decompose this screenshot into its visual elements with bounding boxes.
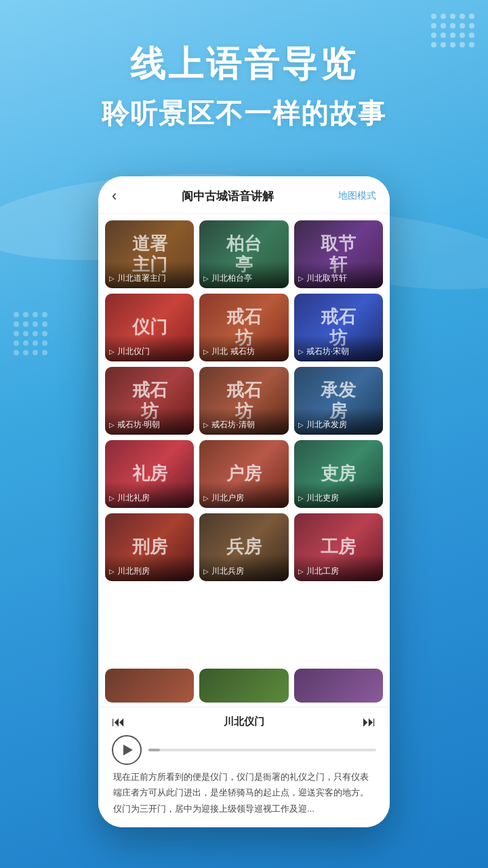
phone-mockup: ‹ 阆中古城语音讲解 地图模式 道署 主门▷川北道署主门柏台 亭▷川北柏台亭取节…	[98, 176, 390, 827]
svg-marker-0	[123, 745, 133, 755]
audio-item-label: ▷川北兵房	[199, 555, 288, 581]
audio-item[interactable]: 刑房▷川北刑房	[105, 513, 194, 581]
progress-fill	[148, 749, 160, 751]
hero-title: 线上语音导览	[0, 41, 488, 88]
audio-item-label: ▷川北刑房	[105, 555, 194, 581]
audio-item-label: ▷川北仪门	[105, 335, 194, 361]
next-button[interactable]: ⏭	[363, 714, 376, 730]
play-icon-small: ▷	[203, 568, 209, 575]
play-icon	[123, 745, 133, 755]
play-icon-small: ▷	[203, 421, 209, 429]
map-mode-button[interactable]: 地图模式	[338, 190, 376, 202]
play-icon-small: ▷	[203, 348, 209, 355]
player-controls: ⏮ 川北仪门 ⏭	[112, 714, 376, 730]
audio-item-label: ▷戒石坊·明朝	[105, 408, 194, 435]
play-icon-small: ▷	[109, 421, 115, 429]
hero-subtitle: 聆听景区不一样的故事	[0, 95, 488, 132]
audio-item[interactable]: 戒石 坊▷戒石坊·清朝	[199, 367, 288, 435]
prev-button[interactable]: ⏮	[112, 714, 125, 730]
play-icon-small: ▷	[203, 494, 209, 502]
play-icon-small: ▷	[109, 275, 115, 282]
decorative-dots-left	[14, 312, 47, 355]
play-icon-small: ▷	[298, 348, 304, 355]
audio-item-label: ▷川北吏房	[294, 481, 383, 508]
audio-item-label: ▷戒石坊·清朝	[199, 408, 288, 435]
player-bar: ⏮ 川北仪门 ⏭ 现在正前方所看到的便是仪门，仪门是衙署的礼仪之门，只有仪表端庄…	[98, 707, 390, 827]
audio-item[interactable]: 戒石 坊▷戒石坊·明朝	[105, 367, 194, 435]
audio-item[interactable]: 户房▷川北户房	[199, 440, 288, 508]
play-icon-small: ▷	[298, 421, 304, 429]
audio-item[interactable]: 吏房▷川北吏房	[294, 440, 383, 508]
audio-item-label: ▷川北工房	[294, 555, 383, 581]
play-icon-small: ▷	[298, 275, 304, 282]
audio-item[interactable]: 仪门▷川北仪门	[105, 294, 194, 361]
audio-item-label: ▷戒石坊·宋朝	[294, 335, 383, 361]
audio-item[interactable]: 道署 主门▷川北道署主门	[105, 220, 194, 288]
player-progress-row	[112, 735, 376, 765]
audio-item[interactable]: 柏台 亭▷川北柏台亭	[199, 220, 288, 288]
audio-item[interactable]: 承发 房▷川北承发房	[294, 367, 383, 435]
play-icon-small: ▷	[109, 348, 115, 355]
audio-item[interactable]: 戒石 坊▷川北 戒石坊	[199, 294, 288, 361]
play-icon-small: ▷	[298, 568, 304, 575]
audio-item-label: ▷川北道署主门	[105, 262, 194, 288]
audio-grid-container: 道署 主门▷川北道署主门柏台 亭▷川北柏台亭取节 轩▷川北取节轩仪门▷川北仪门戒…	[98, 214, 390, 669]
audio-item[interactable]: 礼房▷川北礼房	[105, 440, 194, 508]
play-icon-small: ▷	[298, 494, 304, 502]
partial-item-2[interactable]	[199, 669, 288, 703]
audio-item[interactable]: 戒石 坊▷戒石坊·宋朝	[294, 294, 383, 361]
audio-item-label: ▷川北柏台亭	[199, 262, 288, 288]
partial-item-1[interactable]	[105, 669, 194, 703]
play-icon-small: ▷	[109, 494, 115, 502]
audio-item[interactable]: 兵房▷川北兵房	[199, 513, 288, 581]
description-text: 现在正前方所看到的便是仪门，仪门是衙署的礼仪之门，只有仪表端庄者方可从此门进出，…	[112, 769, 376, 816]
audio-item-label: ▷川北礼房	[105, 481, 194, 508]
page-title: 阆中古城语音讲解	[182, 189, 274, 204]
player-track-title: 川北仪门	[134, 715, 354, 728]
phone-header: ‹ 阆中古城语音讲解 地图模式	[98, 176, 390, 214]
audio-item[interactable]: 取节 轩▷川北取节轩	[294, 220, 383, 288]
audio-grid: 道署 主门▷川北道署主门柏台 亭▷川北柏台亭取节 轩▷川北取节轩仪门▷川北仪门戒…	[105, 220, 383, 581]
audio-item[interactable]: 工房▷川北工房	[294, 513, 383, 581]
back-button[interactable]: ‹	[112, 187, 117, 205]
play-icon-small: ▷	[109, 568, 115, 575]
partial-item-3[interactable]	[294, 669, 383, 703]
play-icon-small: ▷	[203, 275, 209, 282]
progress-bar[interactable]	[148, 749, 376, 751]
partial-row	[98, 669, 390, 707]
play-pause-button[interactable]	[112, 735, 142, 765]
audio-item-label: ▷川北取节轩	[294, 262, 383, 288]
audio-item-label: ▷川北承发房	[294, 408, 383, 435]
audio-item-label: ▷川北 戒石坊	[199, 335, 288, 361]
audio-item-label: ▷川北户房	[199, 481, 288, 508]
